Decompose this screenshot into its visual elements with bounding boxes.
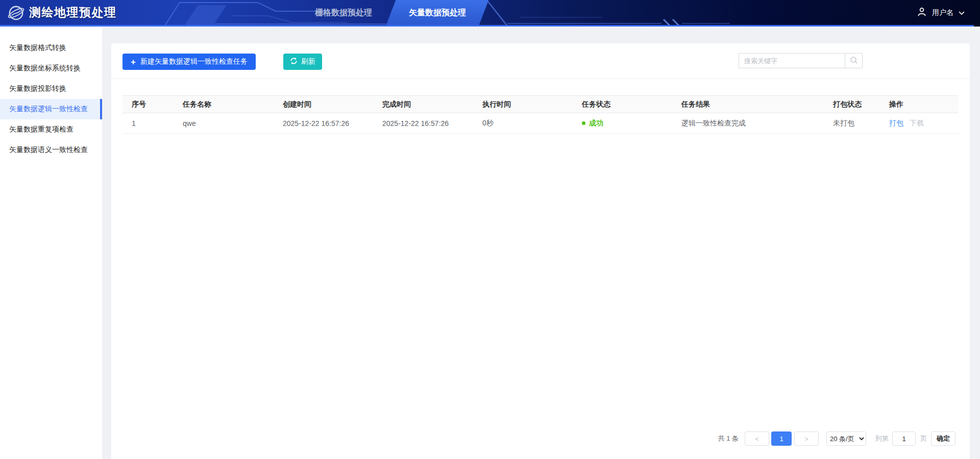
header-decoration-circuit (0, 0, 980, 27)
pagination-total: 共 1 条 (718, 434, 739, 443)
column-header-actions: 操作 (880, 96, 959, 113)
table-header-row: 序号 任务名称 创建时间 完成时间 执行时间 任务状态 任务结果 打包状态 操作 (122, 96, 959, 113)
sidebar-item-coordinate-system-conversion[interactable]: 矢量数据坐标系统转换 (0, 58, 102, 79)
column-header-task-name: 任务名称 (174, 96, 274, 113)
cell-created-time: 2025-12-22 16:57:26 (274, 113, 373, 134)
sidebar-item-semantic-consistency-check[interactable]: 矢量数据语义一致性检查 (0, 140, 102, 160)
sidebar-item-logical-consistency-check[interactable]: 矢量数据逻辑一致性检查 (0, 99, 102, 119)
tab-vector-preprocessing[interactable]: 矢量数据预处理 (391, 0, 484, 25)
package-action-link[interactable]: 打包 (889, 119, 903, 127)
header-underline (0, 25, 974, 27)
download-action-link[interactable]: 下载 (910, 119, 924, 127)
current-page-button[interactable]: 1 (771, 431, 792, 446)
page-size-select[interactable]: 20 条/页 (826, 431, 866, 446)
cell-task-name: qwe (174, 113, 274, 134)
search-input[interactable] (739, 53, 845, 68)
user-icon (917, 7, 927, 18)
main-panel: + 新建矢量数据逻辑一致性检查任务 刷新 (111, 43, 970, 459)
column-header-duration: 执行时间 (473, 96, 573, 113)
task-table: 序号 任务名称 创建时间 完成时间 执行时间 任务状态 任务结果 打包状态 操作… (122, 95, 959, 134)
goto-suffix-label: 页 (920, 434, 927, 443)
search-button[interactable] (845, 53, 863, 68)
cell-duration: 0秒 (473, 113, 573, 134)
refresh-icon (290, 57, 298, 66)
status-text: 成功 (589, 119, 603, 127)
sidebar-item-duplicate-check[interactable]: 矢量数据重复项检查 (0, 119, 102, 140)
refresh-button-label: 刷新 (301, 57, 315, 66)
search-group (739, 53, 863, 68)
sidebar: 矢量数据格式转换 矢量数据坐标系统转换 矢量数据投影转换 矢量数据逻辑一致性检查… (0, 27, 102, 459)
column-header-status: 任务状态 (573, 96, 672, 113)
app-title: 测绘地理预处理 (29, 0, 117, 25)
table-row: 1 qwe 2025-12-22 16:57:26 2025-12-22 16:… (122, 113, 959, 134)
new-task-button[interactable]: + 新建矢量数据逻辑一致性检查任务 (122, 54, 256, 70)
app-header: 测绘地理预处理 栅格数据预处理 矢量数据预处理 用户名 (0, 0, 980, 27)
prev-page-button[interactable]: < (745, 431, 769, 446)
next-page-button[interactable]: > (794, 431, 819, 446)
refresh-button[interactable]: 刷新 (283, 54, 322, 70)
goto-page-input[interactable] (892, 431, 916, 446)
column-header-created-time: 创建时间 (274, 96, 373, 113)
cell-finished-time: 2025-12-22 16:57:26 (373, 113, 473, 134)
chevron-down-icon (959, 9, 965, 17)
user-menu[interactable]: 用户名 (917, 0, 965, 25)
sidebar-item-format-conversion[interactable]: 矢量数据格式转换 (0, 38, 102, 58)
app-logo-icon (7, 4, 25, 24)
cell-actions: 打包下载 (880, 113, 959, 134)
pagination: 共 1 条 < 1 > 20 条/页 到第 页 确定 (718, 431, 955, 446)
toolbar: + 新建矢量数据逻辑一致性检查任务 刷新 (111, 43, 970, 79)
column-header-index: 序号 (122, 96, 174, 113)
user-name: 用户名 (932, 8, 953, 17)
sidebar-item-projection-conversion[interactable]: 矢量数据投影转换 (0, 79, 102, 99)
status-dot-icon (582, 121, 585, 125)
cell-package-status: 未打包 (824, 113, 880, 134)
tab-raster-preprocessing[interactable]: 栅格数据预处理 (305, 0, 382, 25)
goto-prefix-label: 到第 (875, 434, 889, 443)
new-task-button-label: 新建矢量数据逻辑一致性检查任务 (140, 57, 248, 66)
column-header-finished-time: 完成时间 (373, 96, 473, 113)
cell-result: 逻辑一致性检查完成 (672, 113, 824, 134)
column-header-package-status: 打包状态 (824, 96, 880, 113)
cell-index: 1 (122, 113, 174, 134)
plus-icon: + (131, 58, 136, 66)
search-icon (849, 56, 859, 66)
active-tab-label: 矢量数据预处理 (391, 0, 484, 25)
confirm-page-button[interactable]: 确定 (931, 431, 955, 446)
column-header-result: 任务结果 (672, 96, 824, 113)
cell-status: 成功 (573, 113, 672, 134)
